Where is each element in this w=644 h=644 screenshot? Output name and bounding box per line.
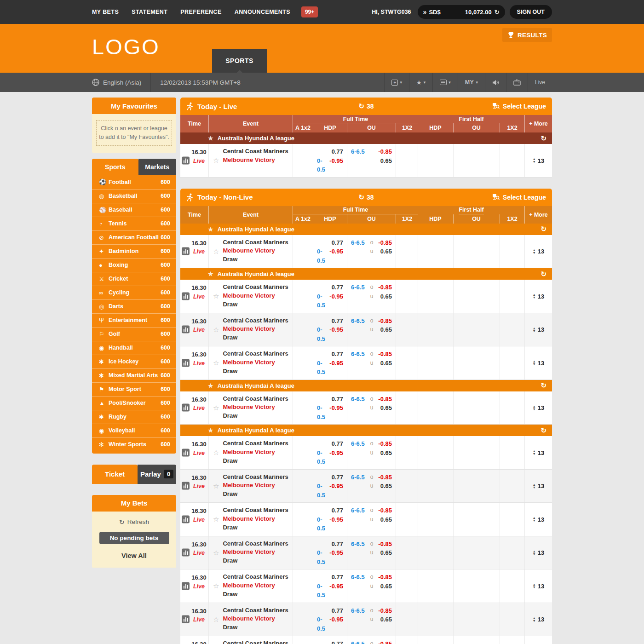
sidebar-item-basketball[interactable]: ◍ Basketball 600: [92, 189, 176, 203]
league-refresh-icon[interactable]: ↻: [540, 270, 546, 278]
fh-x12-cell[interactable]: [500, 235, 525, 268]
over-odds[interactable]: -0.85: [375, 573, 392, 582]
statistics-icon[interactable]: [182, 615, 190, 623]
over-odds[interactable]: -0.85: [375, 147, 392, 156]
sidebar-item-pool-snooker[interactable]: ▲ Pool/Snooker 600: [92, 396, 176, 410]
fh-hdp-cell[interactable]: [418, 503, 454, 536]
hdp-home-odds[interactable]: 0.77: [332, 350, 343, 359]
statistics-icon[interactable]: [182, 359, 190, 367]
select-league-button[interactable]: Select League: [426, 194, 546, 201]
more-bets-cell[interactable]: ▲▼ 13: [525, 470, 552, 503]
fh-ou-cell[interactable]: [454, 235, 500, 268]
nav-statement[interactable]: STATEMENT: [132, 9, 167, 15]
a1x2-cell[interactable]: [293, 470, 313, 503]
event-favourite-star-icon[interactable]: ☆: [213, 482, 219, 490]
hdp-cell[interactable]: 0.77 0-0.5-0.95: [313, 636, 347, 644]
league-refresh-icon[interactable]: ↻: [540, 225, 546, 233]
hdp-home-odds[interactable]: 0.77: [332, 606, 343, 615]
x12-cell[interactable]: [396, 391, 418, 425]
league-refresh-icon[interactable]: ↻: [540, 381, 546, 390]
x12-cell[interactable]: [396, 313, 418, 346]
event-favourite-star-icon[interactable]: ☆: [213, 156, 219, 165]
sidebar-item-golf[interactable]: ⚐ Golf 600: [92, 327, 176, 341]
under-odds[interactable]: 0.65: [375, 292, 392, 301]
fh-x12-cell[interactable]: [500, 436, 525, 469]
refresh-bets-button[interactable]: ↻ Refresh: [99, 518, 169, 526]
fh-x12-cell[interactable]: [500, 536, 525, 569]
a1x2-cell[interactable]: [293, 313, 313, 346]
over-odds[interactable]: -0.85: [375, 238, 392, 247]
over-odds[interactable]: -0.85: [375, 316, 392, 326]
hdp-away-odds[interactable]: -0.95: [329, 359, 343, 377]
ou-cell[interactable]: 6-6.5o-0.85 u0.65: [347, 391, 396, 425]
balance-pill[interactable]: » SD$ 10,072.00 ↻: [418, 5, 505, 19]
over-odds[interactable]: -0.85: [375, 639, 392, 644]
league-bar[interactable]: ★ Australia Hyundai A league ↻: [180, 268, 552, 280]
under-odds[interactable]: 0.65: [375, 156, 392, 166]
ou-cell[interactable]: 6-6.5o-0.85 u0.65: [347, 569, 396, 603]
ou-cell[interactable]: 6-6.5o-0.85 u0.65: [347, 636, 396, 644]
fh-x12-cell[interactable]: [500, 470, 525, 503]
a1x2-cell[interactable]: [293, 569, 313, 603]
event-favourite-star-icon[interactable]: ☆: [213, 359, 219, 367]
league-favourite-star-icon[interactable]: ★: [208, 135, 213, 142]
statistics-icon[interactable]: [182, 515, 190, 523]
league-bar[interactable]: ★ Australia Hyundai A league ↻: [180, 380, 552, 391]
fh-x12-cell[interactable]: [500, 503, 525, 536]
fh-ou-cell[interactable]: [454, 280, 500, 313]
sound-toggle[interactable]: [485, 73, 506, 92]
x12-cell[interactable]: [396, 536, 418, 569]
auto-refresh-counter[interactable]: ↻ 38: [306, 193, 426, 201]
hdp-cell[interactable]: 0.77 0-0.5-0.95: [313, 391, 347, 425]
league-bar[interactable]: ★ Australia Hyundai A league ↻: [180, 425, 552, 436]
fh-x12-cell[interactable]: [500, 313, 525, 346]
hdp-home-odds[interactable]: 0.77: [332, 639, 343, 644]
league-favourite-star-icon[interactable]: ★: [208, 270, 213, 277]
fh-ou-cell[interactable]: [454, 436, 500, 469]
sidebar-item-american-football[interactable]: ⊘ American Football 600: [92, 230, 176, 244]
ou-cell[interactable]: 6-6.5o-0.85 u0.65: [347, 470, 396, 503]
hdp-cell[interactable]: 0.77 0-0.5-0.95: [313, 603, 347, 636]
hdp-home-odds[interactable]: 0.77: [332, 238, 343, 247]
tab-ticket[interactable]: Ticket: [92, 465, 138, 484]
event-favourite-star-icon[interactable]: ☆: [213, 515, 219, 523]
fh-ou-cell[interactable]: [454, 603, 500, 636]
under-odds[interactable]: 0.65: [375, 448, 392, 458]
fh-hdp-cell[interactable]: [418, 636, 454, 644]
statistics-icon[interactable]: [182, 549, 190, 557]
under-odds[interactable]: 0.65: [375, 359, 392, 368]
more-bets-cell[interactable]: ▲▼ 13: [525, 636, 552, 644]
league-favourite-star-icon[interactable]: ★: [208, 226, 213, 233]
hdp-cell[interactable]: 0.77 0-0.5-0.95: [313, 470, 347, 503]
hdp-away-odds[interactable]: -0.95: [329, 515, 343, 533]
event-favourite-star-icon[interactable]: ☆: [213, 615, 219, 624]
sidebar-item-boxing[interactable]: ● Boxing 600: [92, 258, 176, 272]
statistics-icon[interactable]: [182, 482, 190, 490]
league-bar[interactable]: ★ Australia Hyundai A league ↻: [180, 224, 552, 235]
fh-ou-cell[interactable]: [454, 144, 500, 177]
a1x2-cell[interactable]: [293, 503, 313, 536]
league-favourite-star-icon[interactable]: ★: [208, 382, 213, 389]
hdp-away-odds[interactable]: -0.95: [329, 156, 343, 174]
fh-ou-cell[interactable]: [454, 470, 500, 503]
a1x2-cell[interactable]: [293, 436, 313, 469]
x12-cell[interactable]: [396, 436, 418, 469]
hdp-away-odds[interactable]: -0.95: [329, 482, 343, 500]
x12-cell[interactable]: [396, 636, 418, 644]
fh-hdp-cell[interactable]: [418, 536, 454, 569]
statistics-icon[interactable]: [182, 582, 190, 590]
hdp-cell[interactable]: 0.77 0-0.5-0.95: [313, 280, 347, 313]
hdp-home-odds[interactable]: 0.77: [332, 540, 343, 549]
event-favourite-star-icon[interactable]: ☆: [213, 247, 219, 256]
view-layout-dropdown[interactable]: ▾: [433, 73, 458, 92]
fh-ou-cell[interactable]: [454, 503, 500, 536]
statistics-icon[interactable]: [182, 156, 190, 164]
ou-cell[interactable]: 6-6.5o-0.85 u0.65: [347, 436, 396, 469]
fh-hdp-cell[interactable]: [418, 436, 454, 469]
hdp-home-odds[interactable]: 0.77: [332, 506, 343, 515]
x12-cell[interactable]: [396, 470, 418, 503]
fh-ou-cell[interactable]: [454, 391, 500, 425]
under-odds[interactable]: 0.65: [375, 582, 392, 591]
fh-ou-cell[interactable]: [454, 636, 500, 644]
sidebar-item-tennis[interactable]: ◔ Tennis 600: [92, 217, 176, 230]
